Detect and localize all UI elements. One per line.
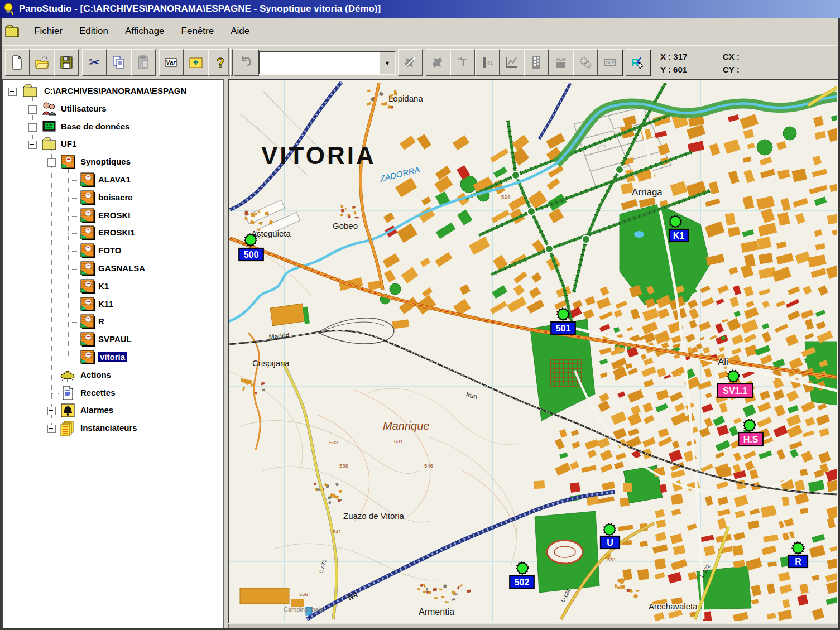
menu-item-fichier[interactable]: Fichier [26,23,71,39]
tree-item-c-archives-panorama-espagn[interactable]: C:\ARCHIVES\PANORAMA\ESPAGN [3,83,223,100]
menu-items: FichierEditionAffichageFenêtreAide [26,23,258,39]
curve-button [500,49,524,76]
tree-item-label: EROSKI [98,210,131,220]
tree-item-k11[interactable]: K11 [3,296,223,313]
svg-text:OLE: OLE [606,60,615,65]
expand-toggle-icon[interactable] [28,105,37,114]
synoptic-view-panel: VITORIALopidanaAsteguietaGobeoArriagaZAD… [228,79,840,624]
coord-cy: CY : [723,63,767,76]
synoptic-map-canvas[interactable]: VITORIALopidanaAsteguietaGobeoArriagaZAD… [229,80,837,621]
gears-icon [578,55,593,70]
lightbulb-icon [3,3,15,15]
tree-item-r[interactable]: R [3,314,223,330]
variables-button[interactable]: Var [159,49,184,76]
window-title: PanoStudio - [C:\ARCHIVES\PANORAMA\ESPAG… [19,3,381,15]
map-label-gobeo: Gobeo [333,221,358,230]
map-label-manrique: Manrique [383,420,429,432]
expand-toggle-icon[interactable] [47,425,56,433]
users-icon [41,101,57,117]
paste-clipboard-icon [136,55,151,70]
tree-item-label: GASNALSA [98,263,145,273]
tree-guide-stub [68,287,78,288]
combobox-dropdown-arrow-icon[interactable]: ▼ [380,52,395,74]
menu-item-edition[interactable]: Edition [71,23,117,39]
settings-button [573,49,598,76]
tree-guide-stub [68,305,78,306]
tree-item-eroski1[interactable]: EROSKI1 [3,225,223,242]
map-label-524: 524 [501,194,510,200]
run-pointer-icon: R [630,55,646,70]
toolbar: ✂Var?▼T81ALMOLERX : 317CX :Y : 601CY : [0,45,840,79]
tree-item-base-de-donn-es[interactable]: Base de données [3,119,223,136]
cut-scissors-icon: ✂ [87,55,102,70]
help-question-icon: ? [213,55,228,70]
tree-item-label: ALAVA1 [98,175,131,184]
collapse-toggle-icon[interactable] [47,158,56,167]
alarm-button: ALM [549,49,573,76]
menu-item-fentre[interactable]: Fenêtre [173,23,223,39]
tree-item-alava1[interactable]: ALAVA1 [3,172,223,189]
tree-item-gasnalsa[interactable]: GASNALSA [3,261,223,277]
expand-toggle-icon[interactable] [28,123,37,132]
svg-text:Var: Var [166,59,176,66]
symbol-combobox[interactable]: ▼ [258,51,396,75]
expand-toggle-icon[interactable] [47,407,56,415]
tree-guide-stub [68,180,78,181]
menu-item-aide[interactable]: Aide [222,23,258,39]
folder-icon [22,83,39,99]
coord-cx: CX : [723,50,767,63]
tree-item-boisacre[interactable]: boisacre [3,190,223,206]
tree-item-actions[interactable]: Actions [3,367,223,384]
project-tree-panel[interactable]: C:\ARCHIVES\PANORAMA\ESPAGNUtilisateursB… [2,79,224,629]
tree-item-svpaul[interactable]: SVPAUL [3,331,223,348]
new-doc-icon [9,55,25,70]
tree-item-label: C:\ARCHIVES\PANORAMA\ESPAGN [44,86,186,95]
collapse-toggle-icon[interactable] [28,141,37,149]
map-label-ali: Ali [718,357,728,367]
tree-item-k1[interactable]: K1 [3,278,223,295]
new-button[interactable] [5,49,30,76]
open-button[interactable] [30,49,54,76]
synoptic-icon [79,190,95,205]
tree-item-utilisateurs[interactable]: Utilisateurs [3,101,223,118]
synoptic-icon [79,331,95,347]
tree-item-label: vitoria [98,352,127,362]
animation-button [426,49,450,76]
tree-item-eroski[interactable]: EROSKI [3,208,223,224]
bell-icon [59,402,76,418]
synoptic-icon [79,349,95,365]
tree-item-instanciateurs[interactable]: Instanciateurs [3,420,223,437]
map-label-arechavaleta: Arechavaleta [649,602,698,611]
menu-bar: FichierEditionAffichageFenêtreAide [0,18,840,45]
synoptic-icon [79,261,95,276]
tree-item-vitoria[interactable]: vitoria [3,349,223,366]
tree-guide-stub [68,251,78,252]
tree-item-alarmes[interactable]: Alarmes [3,402,223,419]
title-bar[interactable]: PanoStudio - [C:\ARCHIVES\PANORAMA\ESPAG… [0,0,840,18]
cut-button[interactable]: ✂ [82,49,107,76]
filmstrip-button [524,49,549,76]
tree-item-label: Alarmes [80,405,113,415]
tree-item-recettes[interactable]: Recettes [3,385,223,402]
menu-item-affichage[interactable]: Affichage [117,23,173,39]
undo-button [234,49,258,76]
map-label-camping-ibaia: Camping Ibaia [284,606,324,613]
folder-icon [41,136,57,152]
svg-text:81: 81 [487,60,493,66]
marker-label: SV1.1 [723,386,747,396]
run-mode-button[interactable]: R [626,49,650,76]
marker-label: 500 [244,250,259,259]
symbol-combobox-input[interactable] [260,52,380,74]
copy-button[interactable] [107,49,131,76]
up-level-button[interactable] [184,49,208,76]
tree-item-synoptiques[interactable]: Synoptiques [3,154,223,171]
tree-item-foto[interactable]: FOTO [3,243,223,259]
collapse-toggle-icon[interactable] [8,88,17,96]
synoptic-icon [79,296,95,312]
cursor-coordinates: X : 317CX :Y : 601CY : [660,50,767,76]
ufo-icon [59,367,76,383]
tree-item-uf1[interactable]: UF1 [3,136,223,153]
svg-text:?: ? [217,55,225,70]
save-button[interactable] [54,49,79,76]
map-label-556: 556 [299,591,308,597]
